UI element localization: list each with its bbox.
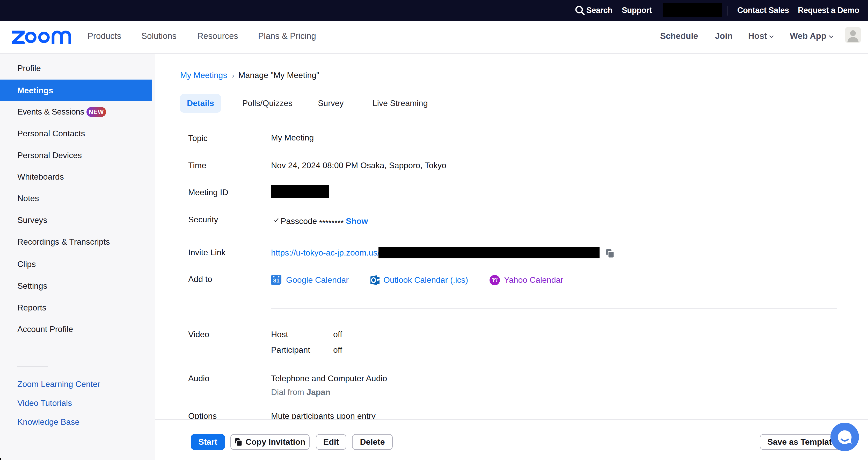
svg-text:31: 31 [273, 277, 279, 284]
svg-text:Y!: Y! [492, 277, 498, 284]
